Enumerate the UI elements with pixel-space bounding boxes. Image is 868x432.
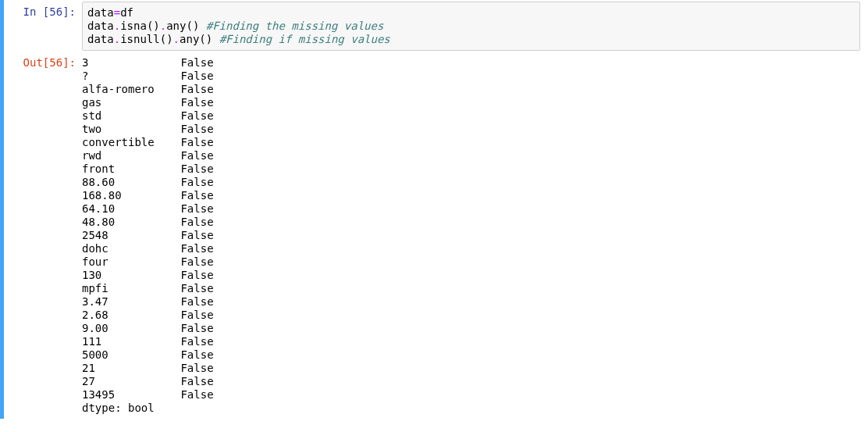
output-content: 3 False ? False alfa-romero False gas Fa… (82, 52, 868, 415)
code-token: . (173, 33, 180, 45)
code-token: any (166, 20, 186, 32)
code-token (199, 20, 205, 32)
code-token: data (87, 33, 114, 45)
output-text: 3 False ? False alfa-romero False gas Fa… (82, 52, 860, 415)
code-token: . (114, 20, 120, 32)
code-token: () (186, 20, 199, 32)
code-token: = (114, 6, 120, 19)
code-token: () (160, 33, 173, 45)
output-prompt: Out[56]: (4, 52, 82, 415)
code-token: data (87, 6, 114, 19)
code-token: . (114, 33, 120, 45)
code-token: isna (120, 20, 147, 32)
output-cell: Out[56]: 3 False ? False alfa-romero Fal… (0, 52, 868, 419)
code-editor[interactable]: data=df data.isna().any() #Finding the m… (82, 2, 860, 51)
code-token: () (147, 20, 160, 32)
input-content: data=df data.isna().any() #Finding the m… (82, 2, 868, 51)
input-prompt: In [56]: (4, 2, 82, 51)
code-comment: #Finding the missing values (206, 20, 384, 32)
code-token: () (199, 33, 212, 45)
code-token: data (87, 20, 114, 32)
code-token: isnull (120, 33, 160, 45)
input-cell: In [56]: data=df data.isna().any() #Find… (0, 0, 868, 52)
code-comment: #Finding if missing values (219, 33, 390, 45)
code-token (212, 33, 219, 45)
code-token: . (160, 20, 166, 32)
code-token: any (180, 33, 199, 45)
code-token: df (120, 6, 133, 19)
